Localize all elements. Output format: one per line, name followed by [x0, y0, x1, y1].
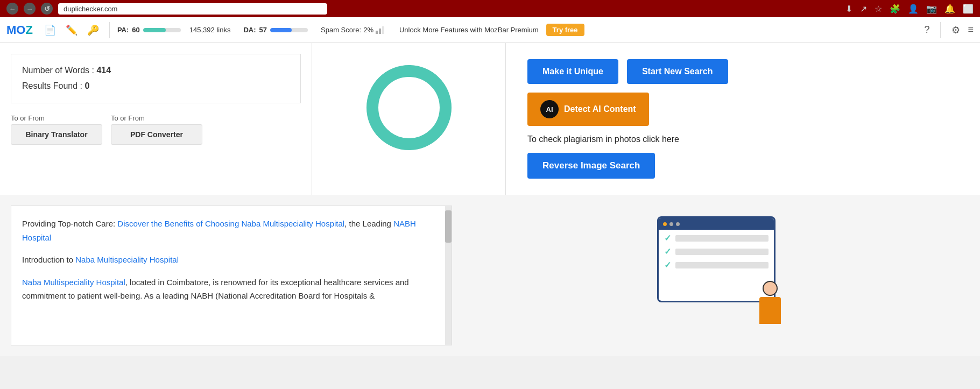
ai-icon: AI [540, 100, 559, 118]
main-content: Number of Words : 414 Results Found : 0 … [0, 43, 980, 195]
browser-chrome: ← → ↺ duplichecker.com ⬇ ↗ ☆ 🧩 👤 📷 🔔 ⬜ [0, 0, 980, 17]
pa-value: 60 [132, 26, 139, 34]
pa-label: PA: [117, 26, 129, 34]
naba-link-2[interactable]: Naba Multispeciality Hospital [75, 255, 179, 264]
detect-ai-button[interactable]: AI Detect AI Content [527, 93, 649, 126]
words-value: 414 [96, 66, 111, 75]
moz-right-icons: ? ⚙ ≡ [924, 22, 974, 38]
results-value: 0 [85, 81, 90, 90]
converter-row: To or From Binary Translator To or From … [11, 114, 301, 145]
illus-check-row-3: ✓ [664, 260, 769, 270]
illus-browser-bar [659, 218, 774, 230]
stats-box: Number of Words : 414 Results Found : 0 [11, 54, 301, 103]
detect-ai-label: Detect AI Content [564, 104, 636, 114]
pdf-converter-button[interactable]: PDF Converter [111, 124, 202, 145]
left-panel: Number of Words : 414 Results Found : 0 … [0, 43, 312, 195]
reverse-image-search-button[interactable]: Reverse Image Search [527, 153, 655, 179]
make-unique-button[interactable]: Make it Unique [527, 59, 618, 84]
da-value: 57 [259, 26, 267, 34]
puzzle-icon: 🧩 [890, 4, 900, 14]
moz-logo: MOZ [6, 23, 33, 37]
da-bar-track [270, 28, 308, 32]
illus-line-3 [675, 262, 769, 268]
screenshot-icon: 📷 [926, 4, 937, 14]
moz-bar: MOZ 📄 ✏️ 🔑 PA: 60 145,392 links DA: 57 S… [0, 17, 980, 43]
links-count: 145,392 links [189, 26, 231, 34]
window-icon: ⬜ [963, 4, 974, 14]
pdf-converter-col: To or From PDF Converter [111, 114, 202, 145]
da-label: DA: [243, 26, 256, 34]
paragraph-1: Providing Top-notch Care: Discover the B… [22, 217, 441, 244]
bottom-section: Providing Top-notch Care: Discover the B… [0, 195, 980, 356]
illus-check-3: ✓ [664, 260, 671, 270]
download-icon: ⬇ [845, 4, 852, 14]
moz-divider [109, 22, 110, 38]
address-bar[interactable]: duplichecker.com [58, 3, 327, 15]
illus-check-1: ✓ [664, 233, 671, 243]
pdf-to-from-label: To or From [111, 114, 202, 122]
spam-bars [376, 26, 384, 34]
try-free-button[interactable]: Try free [546, 24, 584, 36]
binary-translator-col: To or From Binary Translator [11, 114, 102, 145]
scrollbar-track[interactable] [445, 206, 452, 345]
back-button[interactable]: ← [6, 3, 18, 15]
illus-line-2 [675, 249, 769, 255]
illus-dot-3 [676, 222, 680, 226]
bell-icon: 🔔 [944, 4, 955, 14]
ai-icon-text: AI [546, 105, 553, 114]
forward-button[interactable]: → [24, 3, 36, 15]
donut-chart [361, 59, 457, 156]
text-content: Providing Top-notch Care: Discover the B… [22, 217, 441, 303]
start-new-search-button[interactable]: Start New Search [627, 59, 728, 84]
illus-dot-2 [669, 222, 673, 226]
svg-point-1 [372, 71, 446, 144]
binary-translator-button[interactable]: Binary Translator [11, 124, 102, 145]
donut-svg [361, 59, 457, 156]
moz-unlock-text: Unlock More Features with MozBar Premium [399, 26, 539, 34]
moz-page-analysis-icon[interactable]: 📄 [41, 22, 59, 39]
naba-link-3[interactable]: Naba Multispeciality Hospital [22, 278, 125, 287]
results-row: Results Found : 0 [22, 79, 290, 94]
settings-icon[interactable]: ⚙ [951, 24, 960, 36]
star-icon: ☆ [875, 4, 882, 14]
naba-link-1[interactable]: Discover the Benefits of Choosing Naba M… [117, 219, 344, 228]
spam-score: Spam Score: 2% [321, 26, 384, 34]
profile-icon: 👤 [908, 4, 919, 14]
text-area-panel: Providing Top-notch Care: Discover the B… [11, 206, 452, 345]
top-action-row: Make it Unique Start New Search [527, 59, 728, 84]
paragraph-2: Introduction to Naba Multispeciality Hos… [22, 253, 441, 267]
pa-bar-fill [143, 28, 166, 32]
da-bar-fill [270, 28, 292, 32]
spam-value: 2% [363, 26, 373, 34]
words-label: Number of Words : [22, 66, 94, 75]
illus-body [759, 297, 781, 324]
paragraph-3: Naba Multispeciality Hospital, located i… [22, 275, 441, 303]
moz-edit-icon[interactable]: ✏️ [63, 22, 80, 39]
spam-label: Spam Score: [321, 26, 361, 34]
results-label: Results Found : [22, 81, 82, 90]
word-count-row: Number of Words : 414 [22, 63, 290, 79]
right-panel: Make it Unique Start New Search AI Detec… [506, 43, 980, 195]
illus-person [754, 281, 786, 329]
share-icon: ↗ [860, 4, 867, 14]
da-metric: DA: 57 [243, 26, 308, 34]
illus-dot-1 [663, 222, 667, 226]
menu-icon[interactable]: ≡ [968, 24, 974, 36]
scrollbar-thumb[interactable] [445, 210, 452, 243]
moz-kw-icon[interactable]: 🔑 [84, 22, 102, 39]
pa-bar-track [143, 28, 181, 32]
illus-check-2: ✓ [664, 246, 671, 257]
plagiarism-photo-text: To check plagiarism in photos click here [527, 135, 679, 144]
illus-check-row-2: ✓ [664, 246, 769, 257]
illustration-panel: ✓ ✓ ✓ [463, 206, 969, 345]
center-panel [312, 43, 506, 195]
illus-line-1 [675, 235, 769, 242]
illus-head [763, 281, 778, 296]
help-icon[interactable]: ? [924, 24, 929, 36]
binary-to-from-label: To or From [11, 114, 102, 122]
refresh-button[interactable]: ↺ [41, 3, 53, 15]
moz-divider-right [940, 22, 941, 38]
illus-check-row-1: ✓ [664, 233, 769, 243]
pa-metric: PA: 60 [117, 26, 181, 34]
illustration: ✓ ✓ ✓ [646, 216, 786, 335]
